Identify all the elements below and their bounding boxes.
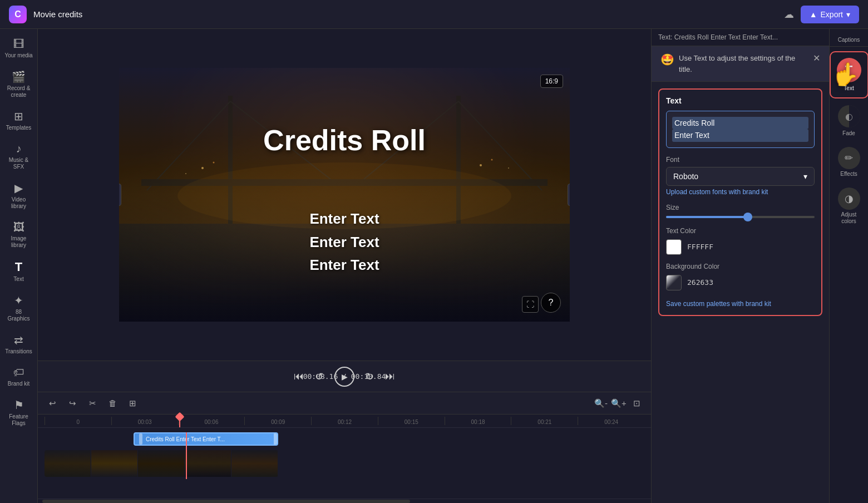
timeline-scrollbar[interactable] [38, 499, 651, 503]
graphics-icon: ✦ [14, 294, 23, 307]
font-dropdown-arrow: ▾ [803, 172, 807, 181]
text-input-area[interactable]: Credits Roll Enter Text [666, 111, 815, 148]
panel-close-button[interactable]: ✕ [813, 53, 820, 63]
export-button[interactable]: ▲ Export ▾ [801, 6, 859, 23]
size-slider[interactable] [666, 216, 815, 218]
sidebar-item-your-media[interactable]: 🎞 Your media [2, 33, 36, 63]
save-icon[interactable]: ☁ [784, 8, 794, 21]
video-thumb-1 [45, 450, 91, 477]
export-dropdown-icon[interactable]: ▾ [846, 10, 850, 19]
credits-roll-text: Credits Roll [263, 124, 426, 157]
save-palette-text: Save custom palettes [666, 300, 730, 308]
text-clip-label: Credits Roll Enter Text Enter T... [146, 436, 225, 442]
video-container[interactable]: Credits Roll Enter Text Enter Text Enter… [119, 68, 570, 322]
your-media-icon: 🎞 [13, 38, 24, 51]
sidebar-label-graphics: 88 Graphics [4, 309, 33, 322]
delete-button[interactable]: 🗑 [105, 396, 120, 411]
video-thumb-2 [91, 450, 138, 477]
sidebar-label-brand-kit: Brand kit [8, 381, 29, 387]
text-clip[interactable]: Credits Roll Enter Text Enter T... [134, 432, 278, 446]
skip-forward-button[interactable]: ⏭ [385, 371, 395, 382]
effects-icon: ✏ [838, 147, 860, 169]
sidebar-item-templates[interactable]: ⊞ Templates [2, 105, 36, 136]
font-select-dropdown[interactable]: Roboto ▾ [666, 167, 815, 186]
text-color-swatch[interactable] [666, 239, 682, 255]
redo-button[interactable]: ↪ [65, 396, 80, 411]
video-thumbs [45, 450, 278, 477]
svg-point-10 [213, 162, 215, 164]
fr-label-text: Text [844, 85, 854, 92]
fr-item-adjust-colors[interactable]: ◑ Adjust colors [832, 183, 866, 229]
timeline-content: Credits Roll Enter Text Enter T... [38, 428, 651, 499]
svg-point-13 [491, 159, 493, 161]
font-selected-value: Roboto [673, 172, 698, 181]
timeline-toolbar: ↩ ↪ ✂ 🗑 ⊞ 🔍- 🔍+ ⊡ [38, 392, 651, 415]
sidebar-item-text[interactable]: T Text [2, 255, 36, 287]
skip-back-button[interactable]: ⏮ [294, 371, 304, 382]
sidebar-item-video-library[interactable]: ▶ Video library [2, 177, 36, 214]
size-label: Size [666, 204, 815, 211]
text-tool-highlight: T Text [830, 51, 869, 98]
upload-fonts-link[interactable]: Upload custom fonts with brand kit [666, 188, 815, 196]
clip-right-handle[interactable] [274, 433, 277, 445]
clip-left-handle[interactable] [139, 433, 142, 445]
sidebar-label-video-library: Video library [4, 196, 33, 210]
text-line-2[interactable]: Enter Text [672, 129, 808, 141]
text-track-row: Credits Roll Enter Text Enter T... [45, 432, 644, 448]
header-title-text: Text [658, 33, 670, 41]
text-line-1[interactable]: Credits Roll [672, 117, 808, 129]
sidebar-item-record[interactable]: 🎬 Record &create [2, 66, 36, 103]
save-palette-link[interactable]: Save custom palettes with brand kit [666, 300, 771, 308]
video-library-icon: ▶ [14, 181, 23, 195]
duplicate-button[interactable]: ⊞ [125, 396, 140, 411]
fr-item-fade[interactable]: ◐ Fade [832, 101, 866, 141]
zoom-in-button[interactable]: 🔍+ [611, 396, 627, 411]
image-library-icon: 🖼 [13, 221, 24, 234]
svg-point-14 [508, 167, 509, 169]
ruler-mark-06: 00:06 [178, 417, 245, 425]
text-section-title: Text [666, 96, 815, 105]
bg-color-section: Background Color 262633 [666, 263, 815, 290]
panel-header: Text: Credits Roll Enter Text Enter Text… [652, 29, 829, 46]
sidebar-item-brand-kit[interactable]: 🏷 Brand kit [2, 362, 36, 392]
sidebar-item-music[interactable]: ♪ Music & SFX [2, 138, 36, 175]
bg-color-swatch[interactable] [666, 275, 682, 290]
cut-button[interactable]: ✂ [85, 396, 100, 411]
text-color-label: Text Color [666, 227, 815, 235]
upload-fonts-text: Upload custom fonts [666, 188, 727, 196]
brand-kit-icon: 🏷 [13, 366, 24, 379]
left-arrow-button[interactable]: ‹ [119, 184, 121, 206]
fr-item-text[interactable]: T Text [832, 53, 866, 96]
ruler-mark-18: 00:18 [445, 417, 511, 425]
help-button[interactable]: ? [541, 293, 561, 313]
fit-view-button[interactable]: ⊡ [629, 396, 644, 411]
zoom-out-button[interactable]: 🔍- [593, 396, 609, 411]
size-slider-track [666, 216, 815, 218]
fr-item-effects[interactable]: ✏ Effects [832, 142, 866, 182]
undo-button[interactable]: ↩ [45, 396, 60, 411]
templates-icon: ⊞ [14, 110, 23, 123]
sidebar-item-graphics[interactable]: ✦ 88 Graphics [2, 289, 36, 327]
enter-text-line-1: Enter Text [309, 210, 379, 227]
text-sidebar-icon: T [15, 260, 22, 274]
sidebar-label-text: Text [13, 276, 23, 283]
timeline-area: ↩ ↪ ✂ 🗑 ⊞ 🔍- 🔍+ ⊡ 0 00:03 00:06 00:09 [38, 392, 651, 503]
panel-header-text: Text: Credits Roll Enter Text Enter Text… [658, 33, 778, 41]
fade-icon: ◐ [838, 105, 860, 127]
captions-label: Captions [830, 33, 868, 47]
enter-text-line-3: Enter Text [309, 257, 379, 273]
svg-point-9 [201, 167, 204, 169]
ruler-mark-0: 0 [45, 417, 111, 425]
video-thumb-5 [231, 450, 278, 477]
expand-button[interactable]: ⛶ [522, 296, 539, 313]
sidebar-label-your-media: Your media [4, 52, 32, 59]
video-thumb-3 [138, 450, 185, 477]
timeline-scroll-thumb[interactable] [42, 500, 410, 503]
sidebar-item-feature-flags[interactable]: ⚑ Feature Flags [2, 394, 36, 431]
size-slider-thumb[interactable] [743, 213, 752, 221]
sidebar-item-transitions[interactable]: ⇄ Transitions [2, 329, 36, 359]
sidebar-item-image-library[interactable]: 🖼 Image library [2, 216, 36, 253]
page-title: Movie credits [33, 9, 777, 19]
header-subtitle: Credits Roll Enter Text Enter Text... [674, 33, 778, 41]
right-arrow-button[interactable]: › [568, 184, 570, 206]
